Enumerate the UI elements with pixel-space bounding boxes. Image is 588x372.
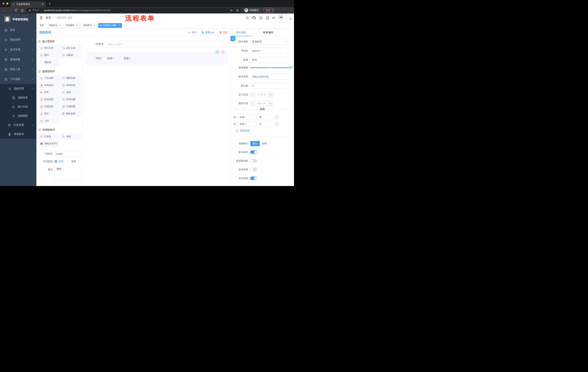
- gender-checkbox-1[interactable]: 选项一: [103, 57, 115, 60]
- increase-button[interactable]: +: [268, 92, 273, 97]
- remove-option-button[interactable]: −: [275, 115, 279, 119]
- new-tab-button[interactable]: +: [49, 2, 51, 6]
- chip-rate[interactable]: 评分: [38, 110, 59, 117]
- style-default-button[interactable]: 默认: [250, 141, 260, 146]
- chip-row-container[interactable]: 行容器: [38, 133, 59, 140]
- copy-field-button[interactable]: [215, 50, 220, 54]
- increase-button[interactable]: +: [268, 101, 273, 106]
- sidebar-item-process-manage[interactable]: 流程管理: [0, 84, 36, 93]
- hamburger-icon[interactable]: [39, 16, 43, 20]
- help-icon[interactable]: [259, 16, 262, 20]
- tag-process-form[interactable]: 流程表单✕: [81, 23, 97, 28]
- required-toggle[interactable]: [250, 177, 257, 180]
- title-input[interactable]: [250, 57, 288, 63]
- phone-input[interactable]: [105, 41, 223, 47]
- chip-radio-group[interactable]: 单选框组: [38, 82, 59, 88]
- sidebar-item-payment[interactable]: 支付管理: [0, 45, 36, 55]
- chip-checkbox-group[interactable]: 多选框组: [60, 82, 81, 88]
- chip-single-line-text[interactable]: 单行文本: [38, 45, 59, 51]
- chip-editor[interactable]: 编辑器: [38, 59, 59, 65]
- close-icon[interactable]: ✕: [93, 24, 95, 27]
- update-button[interactable]: 更新: [263, 8, 275, 13]
- remove-option-button[interactable]: −: [275, 122, 279, 126]
- border-toggle[interactable]: [250, 159, 257, 162]
- chip-button[interactable]: 按钮: [60, 133, 81, 140]
- option-value-input[interactable]: [257, 121, 273, 127]
- min-select-value[interactable]: 至少应选: [255, 92, 268, 97]
- sidebar-item-leave-query[interactable]: 请假查询: [0, 130, 36, 139]
- chip-color-picker[interactable]: 颜色选择: [60, 110, 81, 117]
- tag-process-definition[interactable]: 流程定义✕: [47, 23, 63, 28]
- chip-password[interactable]: 密码: [38, 52, 59, 58]
- font-size-icon[interactable]: tT: [273, 16, 275, 20]
- form-remark-textarea[interactable]: 嘿嘿: [55, 166, 81, 180]
- sidebar-item-workflow[interactable]: 工作流程: [0, 74, 36, 84]
- close-icon[interactable]: ✕: [76, 24, 78, 27]
- bookmark-star-icon[interactable]: [236, 9, 239, 12]
- close-icon[interactable]: ✕: [59, 24, 61, 27]
- sidebar-item-devtools[interactable]: 研发工具: [0, 64, 36, 74]
- breadcrumb-home[interactable]: 首页: [46, 16, 51, 19]
- sidebar-item-process-model[interactable]: 流程模型: [0, 111, 36, 120]
- status-off-radio[interactable]: 关闭: [67, 160, 76, 163]
- browser-tab[interactable]: 芋道管理系统 ✕: [10, 1, 46, 7]
- chip-slider[interactable]: 滑块: [60, 89, 81, 96]
- tab-close-icon[interactable]: ✕: [41, 3, 44, 6]
- chip-select[interactable]: 下拉选择: [38, 75, 59, 81]
- disabled-toggle[interactable]: [250, 168, 257, 171]
- tag-process-form-edit[interactable]: 流程表单-编辑✕: [98, 23, 122, 28]
- drag-handle-icon[interactable]: [233, 122, 236, 126]
- chip-counter[interactable]: 123 计数器: [60, 52, 81, 58]
- option-value-input[interactable]: [257, 115, 273, 120]
- sidebar-item-task-manage[interactable]: 任务管理: [0, 120, 36, 130]
- chip-switch[interactable]: 开关: [38, 89, 59, 96]
- add-option-button[interactable]: + 添加选项: [236, 129, 294, 132]
- canvas-field-gender-selected[interactable]: 性别 选项一 选项二: [85, 52, 228, 65]
- tag-process-model[interactable]: 流程模型✕: [64, 23, 80, 28]
- back-icon[interactable]: ←: [2, 9, 5, 12]
- decrease-button[interactable]: −: [250, 101, 255, 106]
- component-type-select[interactable]: 多选框组: [250, 39, 288, 45]
- max-select-value[interactable]: 最多可选: [255, 101, 268, 106]
- chip-cascader[interactable]: 级联选择: [60, 75, 81, 81]
- chip-date-range[interactable]: 日期范围: [60, 103, 81, 110]
- browser-menu-icon[interactable]: [272, 9, 273, 11]
- label-width-input[interactable]: [250, 74, 288, 80]
- sidebar-item-system[interactable]: 系统管理: [0, 35, 36, 45]
- sidebar-item-home[interactable]: 首页: [0, 25, 36, 35]
- chip-textarea[interactable]: 多行文本: [60, 45, 81, 51]
- minimize-window-button[interactable]: [6, 2, 8, 5]
- close-icon[interactable]: ✕: [117, 24, 120, 27]
- chip-upload[interactable]: 上传: [38, 117, 59, 124]
- reload-icon[interactable]: [14, 9, 18, 12]
- chip-time-picker[interactable]: 时间选择: [38, 96, 59, 103]
- close-window-button[interactable]: [2, 2, 5, 5]
- link-tag[interactable]: [231, 36, 235, 41]
- not-secure-label[interactable]: 不安全: [32, 9, 39, 12]
- chip-date-picker[interactable]: 日期选择: [38, 103, 59, 110]
- sidebar-item-process-form[interactable]: 流程表单: [0, 93, 36, 102]
- canvas-field-phone[interactable]: 手机号: [85, 41, 228, 47]
- clear-button[interactable]: 清空: [219, 31, 228, 34]
- form-canvas[interactable]: 手机号 性别: [83, 36, 230, 186]
- home-icon[interactable]: [20, 9, 24, 12]
- chip-table[interactable]: 表格[开发中]: [38, 140, 59, 147]
- view-json-button[interactable]: 查看json: [201, 31, 214, 34]
- save-button[interactable]: 保存: [188, 31, 197, 34]
- default-value-input[interactable]: [250, 83, 288, 89]
- grid-slider[interactable]: [250, 67, 291, 68]
- gender-checkbox-2[interactable]: 选项二: [119, 57, 131, 60]
- tag-home[interactable]: 首页: [38, 23, 46, 28]
- sidebar-logo[interactable]: 芋道管理系统: [0, 13, 36, 25]
- option-text-input[interactable]: [238, 115, 256, 120]
- style-button-button[interactable]: 按钮: [260, 141, 269, 146]
- status-on-radio[interactable]: 开启: [55, 160, 63, 163]
- password-key-icon[interactable]: [230, 9, 233, 12]
- address-bar[interactable]: 不安全 dashboard.yudao.iocoder.cn/bpm/manag…: [27, 8, 241, 13]
- option-text-input[interactable]: [238, 121, 256, 127]
- sidebar-item-infra[interactable]: 基础设施: [0, 55, 36, 64]
- slider-handle[interactable]: [290, 66, 293, 69]
- tab-component-props[interactable]: 组件属性: [231, 31, 252, 34]
- decrease-button[interactable]: −: [250, 92, 255, 97]
- forward-icon[interactable]: →: [8, 9, 12, 12]
